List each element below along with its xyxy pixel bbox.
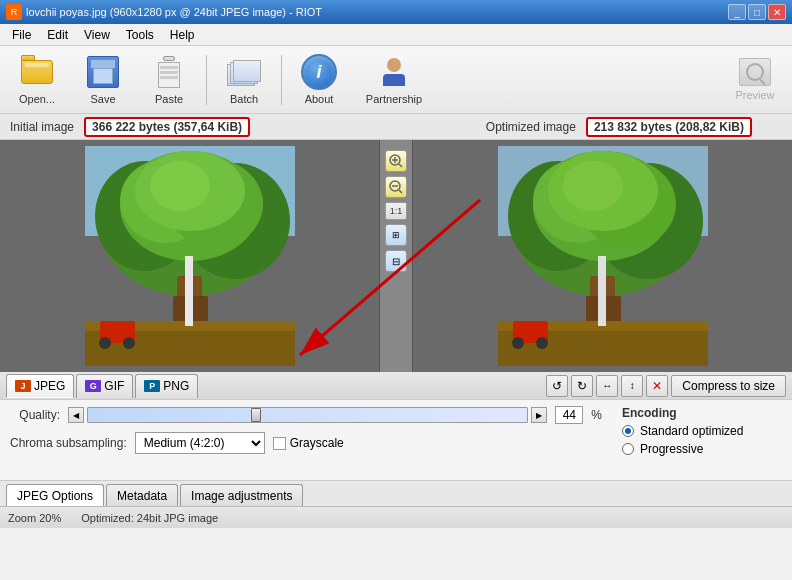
app-icon: R — [6, 4, 22, 20]
menu-edit[interactable]: Edit — [39, 26, 76, 44]
zoom-in-button[interactable] — [385, 150, 407, 172]
chroma-select[interactable]: Medium (4:2:0) High (4:4:4) Low (4:1:1) — [135, 432, 265, 454]
png-tab-label: PNG — [163, 379, 189, 393]
tab-image-adjustments[interactable]: Image adjustments — [180, 484, 303, 506]
batch-icon — [226, 54, 262, 90]
standard-optimized-label: Standard optimized — [640, 424, 743, 438]
fit-window-button[interactable]: ⊞ — [385, 224, 407, 246]
menu-bar: File Edit View Tools Help — [0, 24, 792, 46]
menu-view[interactable]: View — [76, 26, 118, 44]
gif-icon: G — [85, 380, 101, 392]
zoom-out-button[interactable] — [385, 176, 407, 198]
window-controls: _ □ ✕ — [728, 4, 786, 20]
batch-button[interactable]: Batch — [213, 51, 275, 109]
batch-label: Batch — [230, 93, 258, 105]
undo-button[interactable]: ↺ — [546, 375, 568, 397]
flip-h-button[interactable]: ↔ — [596, 375, 618, 397]
tab-gif[interactable]: G GIF — [76, 374, 133, 398]
svg-rect-15 — [185, 256, 193, 326]
tab-metadata[interactable]: Metadata — [106, 484, 178, 506]
open-icon — [19, 54, 55, 90]
zoom-controls: 1:1 ⊞ ⊟ — [380, 140, 412, 372]
svg-point-16 — [150, 161, 210, 211]
save-label: Save — [90, 93, 115, 105]
about-button[interactable]: i About — [288, 51, 350, 109]
minimize-button[interactable]: _ — [728, 4, 746, 20]
initial-image — [85, 146, 295, 366]
optimized-image — [498, 146, 708, 366]
action-buttons: ↺ ↻ ↔ ↕ ✕ Compress to size — [546, 375, 786, 397]
progressive-radio[interactable]: Progressive — [622, 442, 782, 456]
svg-line-23 — [399, 190, 402, 193]
menu-help[interactable]: Help — [162, 26, 203, 44]
preview-button[interactable]: Preview — [724, 51, 786, 109]
initial-size-badge: 366 222 bytes (357,64 KiB) — [84, 117, 250, 137]
grayscale-checkbox-label[interactable]: Grayscale — [273, 436, 344, 450]
svg-point-37 — [512, 337, 524, 349]
format-tabs-bar: J JPEG G GIF P PNG ↺ ↻ ↔ ↕ ✕ Compress to… — [0, 372, 792, 400]
open-label: Open... — [19, 93, 55, 105]
reset-button[interactable]: ✕ — [646, 375, 668, 397]
quality-slider-container: ◀ ▶ — [68, 407, 547, 423]
sync-button[interactable]: ⊟ — [385, 250, 407, 272]
svg-line-20 — [399, 164, 402, 167]
menu-file[interactable]: File — [4, 26, 39, 44]
svg-point-40 — [563, 161, 623, 211]
flip-v-button[interactable]: ↕ — [621, 375, 643, 397]
image-area: 1:1 ⊞ ⊟ — [0, 140, 792, 372]
gif-tab-label: GIF — [104, 379, 124, 393]
optimized-image-panel[interactable] — [412, 140, 792, 372]
progressive-label: Progressive — [640, 442, 703, 456]
quality-decrease-button[interactable]: ◀ — [68, 407, 84, 423]
paste-icon — [151, 54, 187, 90]
separator-1 — [206, 55, 207, 105]
paste-label: Paste — [155, 93, 183, 105]
compress-to-size-button[interactable]: Compress to size — [671, 375, 786, 397]
partnership-icon — [376, 54, 412, 90]
save-icon — [85, 54, 121, 90]
encoding-label: Encoding — [622, 406, 782, 420]
svg-point-13 — [99, 337, 111, 349]
standard-optimized-radio[interactable]: Standard optimized — [622, 424, 782, 438]
menu-tools[interactable]: Tools — [118, 26, 162, 44]
initial-image-label: Initial image — [10, 120, 74, 134]
svg-rect-39 — [598, 256, 606, 326]
chroma-label: Chroma subsampling: — [10, 436, 127, 450]
optimized-status: Optimized: 24bit JPG image — [81, 512, 218, 524]
standard-optimized-radio-input[interactable] — [622, 425, 634, 437]
status-bar: Zoom 20% Optimized: 24bit JPG image — [0, 506, 792, 528]
partnership-button[interactable]: Partnership — [354, 51, 434, 109]
quality-slider-thumb — [251, 408, 261, 422]
quality-slider[interactable] — [87, 407, 528, 423]
redo-button[interactable]: ↻ — [571, 375, 593, 397]
close-button[interactable]: ✕ — [768, 4, 786, 20]
optimized-size-badge: 213 832 bytes (208,82 KiB) — [586, 117, 752, 137]
svg-point-38 — [536, 337, 548, 349]
partnership-label: Partnership — [366, 93, 422, 105]
zoom-status: Zoom 20% — [8, 512, 61, 524]
paste-button[interactable]: Paste — [138, 51, 200, 109]
about-label: About — [305, 93, 334, 105]
save-button[interactable]: Save — [72, 51, 134, 109]
quality-increase-button[interactable]: ▶ — [531, 407, 547, 423]
tab-png[interactable]: P PNG — [135, 374, 198, 398]
svg-point-14 — [123, 337, 135, 349]
png-icon: P — [144, 380, 160, 392]
progressive-radio-input[interactable] — [622, 443, 634, 455]
tab-jpeg-options[interactable]: JPEG Options — [6, 484, 104, 506]
about-icon: i — [301, 54, 337, 90]
grayscale-label: Grayscale — [290, 436, 344, 450]
initial-image-panel[interactable] — [0, 140, 380, 372]
preview-label: Preview — [735, 89, 774, 101]
open-button[interactable]: Open... — [6, 51, 68, 109]
zoom-1to1-label[interactable]: 1:1 — [385, 202, 407, 220]
grayscale-checkbox[interactable] — [273, 437, 286, 450]
image-info-bar: Initial image 366 222 bytes (357,64 KiB)… — [0, 114, 792, 140]
quality-row: Quality: ◀ ▶ 44 % — [10, 406, 602, 424]
tab-jpeg[interactable]: J JPEG — [6, 374, 74, 398]
quality-value-display[interactable]: 44 — [555, 406, 583, 424]
bottom-tabs: JPEG Options Metadata Image adjustments — [0, 480, 792, 506]
jpeg-icon: J — [15, 380, 31, 392]
optimized-image-label: Optimized image — [486, 120, 576, 134]
maximize-button[interactable]: □ — [748, 4, 766, 20]
